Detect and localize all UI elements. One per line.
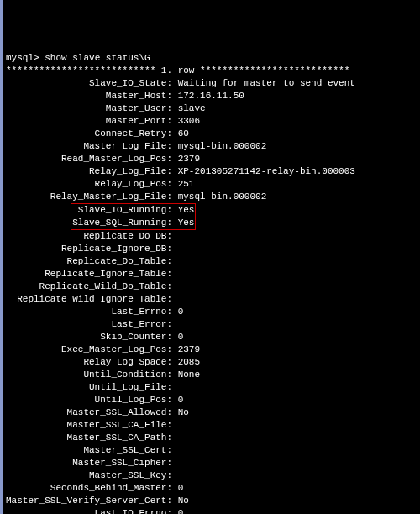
field-value: 2379 (178, 153, 200, 165)
status-field-master_ssl_cipher: Master_SSL_Cipher: (6, 457, 417, 469)
field-label: Replicate_Ignore_DB: (6, 243, 172, 255)
status-field-replicate_do_db: Replicate_Do_DB: (6, 230, 417, 243)
field-label: Slave_SQL_Running: (72, 217, 172, 229)
status-field-relay_log_file: Relay_Log_File: XP-201305271142-relay-bi… (6, 165, 417, 178)
status-field-master_host: Master_Host: 172.16.11.50 (6, 90, 417, 102)
field-label: Relay_Log_Pos: (6, 178, 172, 191)
field-label: Last_Errno: (6, 306, 172, 318)
status-field-replicate_wild_ignore_table: Replicate_Wild_Ignore_Table: (6, 293, 417, 306)
field-value: 0 (178, 331, 184, 344)
field-label: Relay_Log_Space: (6, 356, 172, 369)
highlighted-status-box: Slave_IO_Running: YesSlave_SQL_Running: … (71, 203, 196, 230)
field-label: Replicate_Ignore_Table: (6, 268, 172, 281)
status-field-exec_master_log_pos: Exec_Master_Log_Pos: 2379 (6, 344, 417, 356)
field-label: Master_SSL_Key: (6, 469, 172, 482)
status-field-relay_log_pos: Relay_Log_Pos: 251 (6, 178, 417, 191)
field-label: Master_Port: (6, 115, 172, 128)
field-value: slave (178, 102, 206, 115)
status-field-replicate_do_table: Replicate_Do_Table: (6, 255, 417, 268)
field-value: No (178, 495, 189, 507)
status-field-skip_counter: Skip_Counter: 0 (6, 331, 417, 344)
status-field-last_io_errno: Last_IO_Errno: 0 (6, 507, 417, 514)
field-label: Last_IO_Errno: (6, 507, 172, 514)
status-field-master_ssl_ca_path: Master_SSL_CA_Path: (6, 432, 417, 444)
field-value: None (178, 369, 200, 381)
field-label: Replicate_Do_DB: (6, 230, 172, 243)
field-value: Yes (178, 204, 195, 217)
field-label: Replicate_Wild_Ignore_Table: (6, 293, 172, 306)
field-value: Waiting for master to send event (178, 77, 355, 90)
field-value: 0 (178, 306, 184, 318)
field-value: 60 (178, 128, 189, 140)
status-field-master_ssl_cert: Master_SSL_Cert: (6, 444, 417, 457)
field-label: Relay_Master_Log_File: (6, 191, 172, 203)
field-value: mysql-bin.000002 (178, 140, 267, 153)
field-value: 3306 (178, 115, 200, 128)
highlight-wrapper: Slave_IO_Running: YesSlave_SQL_Running: … (6, 203, 417, 230)
status-field-until_log_pos: Until_Log_Pos: 0 (6, 394, 417, 406)
field-value: 0 (178, 394, 184, 406)
status-field-master_user: Master_User: slave (6, 102, 417, 115)
status-field-relay_master_log_file: Relay_Master_Log_File: mysql-bin.000002 (6, 191, 417, 203)
status-field-until_condition: Until_Condition: None (6, 369, 417, 381)
field-label: Last_Error: (6, 318, 172, 331)
status-field-master_port: Master_Port: 3306 (6, 115, 417, 128)
row-separator: *************************** 1. row *****… (6, 65, 417, 77)
status-field-until_log_file: Until_Log_File: (6, 381, 417, 394)
field-value: 2379 (178, 344, 200, 356)
field-label: Until_Log_Pos: (6, 394, 172, 406)
field-label: Master_Log_File: (6, 140, 172, 153)
field-label: Read_Master_Log_Pos: (6, 153, 172, 165)
status-field-last_error: Last_Error: (6, 318, 417, 331)
field-value: mysql-bin.000002 (178, 191, 267, 203)
status-field-slave_sql_running: Slave_SQL_Running: Yes (72, 217, 194, 229)
field-label: Slave_IO_Running: (72, 204, 172, 217)
status-field-slave_io_state: Slave_IO_State: Waiting for master to se… (6, 77, 417, 90)
status-field-master_log_file: Master_Log_File: mysql-bin.000002 (6, 140, 417, 153)
field-label: Slave_IO_State: (6, 77, 172, 90)
terminal-output[interactable]: mysql> show slave status\G**************… (6, 52, 417, 514)
status-field-slave_io_running: Slave_IO_Running: Yes (72, 204, 194, 217)
status-field-read_master_log_pos: Read_Master_Log_Pos: 2379 (6, 153, 417, 165)
field-label: Exec_Master_Log_Pos: (6, 344, 172, 356)
field-label: Until_Condition: (6, 369, 172, 381)
field-value: XP-201305271142-relay-bin.000003 (178, 165, 355, 178)
field-label: Master_User: (6, 102, 172, 115)
status-field-last_errno: Last_Errno: 0 (6, 306, 417, 318)
field-label: Master_SSL_Cipher: (6, 457, 172, 469)
status-field-master_ssl_ca_file: Master_SSL_CA_File: (6, 419, 417, 432)
field-value: 172.16.11.50 (178, 90, 244, 102)
status-field-connect_retry: Connect_Retry: 60 (6, 128, 417, 140)
status-field-relay_log_space: Relay_Log_Space: 2085 (6, 356, 417, 369)
prompt-line: mysql> show slave status\G (6, 52, 417, 65)
field-label: Relay_Log_File: (6, 165, 172, 178)
field-label: Connect_Retry: (6, 128, 172, 140)
field-value: 0 (178, 482, 184, 495)
field-value: 2085 (178, 356, 200, 369)
field-label: Until_Log_File: (6, 381, 172, 394)
field-label: Replicate_Do_Table: (6, 255, 172, 268)
status-field-replicate_ignore_table: Replicate_Ignore_Table: (6, 268, 417, 281)
field-value: Yes (178, 217, 195, 229)
field-value: 251 (178, 178, 195, 191)
command-text: show slave status\G (45, 52, 150, 65)
field-label: Master_SSL_Allowed: (6, 406, 172, 419)
field-label: Master_SSL_CA_File: (6, 419, 172, 432)
field-label: Master_SSL_Verify_Server_Cert: (6, 495, 172, 507)
field-label: Master_Host: (6, 90, 172, 102)
field-value: 0 (178, 507, 184, 514)
status-field-master_ssl_allowed: Master_SSL_Allowed: No (6, 406, 417, 419)
field-label: Master_SSL_Cert: (6, 444, 172, 457)
status-field-replicate_ignore_db: Replicate_Ignore_DB: (6, 243, 417, 255)
status-field-master_ssl_verify_server_cert: Master_SSL_Verify_Server_Cert: No (6, 495, 417, 507)
status-field-seconds_behind_master: Seconds_Behind_Master: 0 (6, 482, 417, 495)
status-field-master_ssl_key: Master_SSL_Key: (6, 469, 417, 482)
field-label: Replicate_Wild_Do_Table: (6, 281, 172, 293)
mysql-prompt: mysql> (6, 52, 45, 65)
status-field-replicate_wild_do_table: Replicate_Wild_Do_Table: (6, 281, 417, 293)
field-label: Master_SSL_CA_Path: (6, 432, 172, 444)
field-value: No (178, 406, 189, 419)
field-label: Seconds_Behind_Master: (6, 482, 172, 495)
field-label: Skip_Counter: (6, 331, 172, 344)
